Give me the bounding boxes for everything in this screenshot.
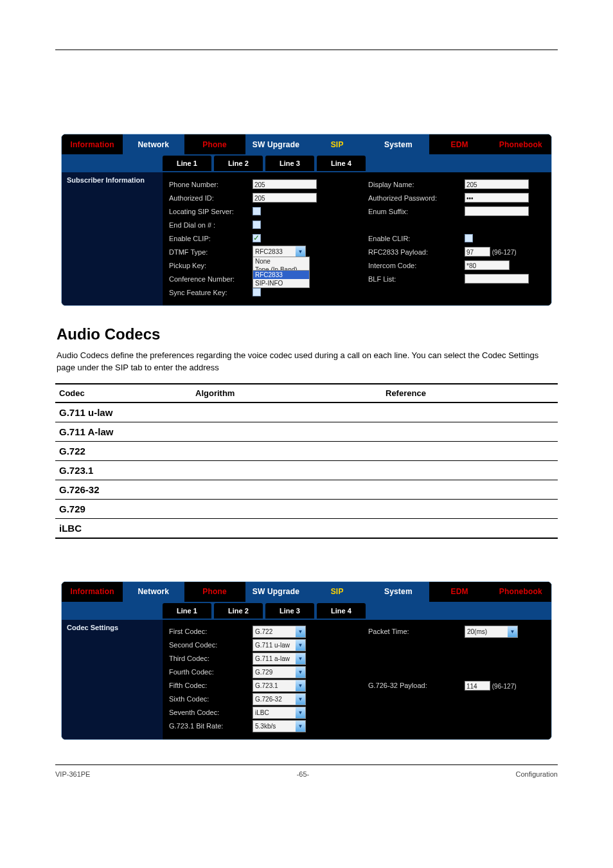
footer-title: Configuration [516, 770, 558, 778]
field-control [465, 274, 545, 284]
subtab-line-3[interactable]: Line 3 [265, 603, 314, 619]
dropdown[interactable]: G.723.1▼ [253, 680, 306, 692]
subtab-line-2[interactable]: Line 2 [214, 156, 263, 171]
form-row: G.723.1 Bit Rate:5.3kb/s▼ [169, 719, 545, 733]
field-control: G.711 u-law▼ [253, 639, 355, 651]
text-input[interactable]: ••• [465, 193, 529, 203]
table-cell [191, 441, 382, 460]
checkbox[interactable] [253, 207, 261, 215]
subtab-line-3[interactable]: Line 3 [265, 156, 314, 171]
chevron-down-icon: ▼ [296, 640, 305, 651]
tab-sip[interactable]: SIP [306, 582, 368, 602]
field-control: *80 [465, 260, 545, 270]
form-row: Fifth Codec:G.723.1▼G.726-32 Payload:114… [169, 679, 545, 692]
tab-phonebook[interactable]: Phonebook [490, 134, 551, 154]
table-row: iLBC [55, 518, 558, 538]
dropdown[interactable]: iLBC▼ [253, 707, 306, 719]
subtab-line-1[interactable]: Line 1 [163, 156, 211, 171]
table-cell: G.729 [55, 499, 191, 518]
table-cell [382, 460, 558, 480]
tab-sw-upgrade[interactable]: SW Upgrade [245, 582, 306, 602]
field-control: G.711 a-law▼ [253, 653, 355, 665]
tab-system[interactable]: System [368, 134, 429, 154]
dropdown[interactable]: G.711 u-law▼ [253, 639, 306, 651]
text-input[interactable]: 114 [465, 681, 490, 691]
chevron-down-icon: ▼ [296, 680, 305, 691]
tab-phone[interactable]: Phone [184, 134, 245, 154]
subtab-line-1[interactable]: Line 1 [163, 603, 211, 619]
field-control: 114 (96-127) [465, 681, 545, 691]
chevron-down-icon: ▼ [296, 721, 305, 732]
dropdown[interactable]: G.726-32▼ [253, 693, 306, 705]
tab-information[interactable]: Information [62, 134, 123, 154]
text-input[interactable]: *80 [465, 260, 510, 270]
form-row: Second Codec:G.711 u-law▼ [169, 638, 545, 652]
dropdown[interactable]: G.729▼ [253, 666, 306, 678]
field-control [253, 207, 355, 215]
chevron-down-icon: ▼ [296, 626, 305, 637]
tab-sw-upgrade[interactable]: SW Upgrade [245, 134, 306, 154]
tab-phonebook[interactable]: Phonebook [490, 582, 551, 602]
field-control: G.722▼ [253, 626, 355, 638]
table-row: G.711 u-law [55, 402, 558, 422]
chevron-down-icon: ▼ [296, 694, 305, 705]
tab-phone[interactable]: Phone [184, 582, 245, 602]
field-label: Enum Suffix: [368, 208, 465, 215]
subtab-line-4[interactable]: Line 4 [317, 156, 366, 171]
form-row: First Codec:G.722▼Packet Time:20(ms)▼ [169, 625, 545, 638]
table-cell [191, 460, 382, 480]
text-input[interactable]: 205 [465, 179, 529, 189]
checkbox[interactable] [465, 234, 473, 242]
text-input[interactable] [465, 274, 529, 284]
checkbox[interactable] [253, 234, 261, 242]
subtabs: Line 1Line 2Line 3Line 4 [163, 156, 366, 171]
tab-sip[interactable]: SIP [306, 134, 368, 154]
tab-edm[interactable]: EDM [429, 134, 490, 154]
tab-information[interactable]: Information [62, 582, 123, 602]
field-control: 97 (96-127) [465, 247, 545, 257]
table-cell [191, 480, 382, 499]
form-row: Third Codec:G.711 a-law▼ [169, 652, 545, 665]
tab-network[interactable]: Network [123, 582, 184, 602]
table-header: Reference [382, 384, 558, 402]
footer-model: VIP-361PE [55, 770, 90, 778]
tab-system[interactable]: System [368, 582, 429, 602]
subtab-line-4[interactable]: Line 4 [317, 603, 366, 619]
chevron-down-icon: ▼ [296, 667, 305, 678]
panel-form-area: Phone Number:205Display Name:205Authoriz… [163, 172, 551, 305]
text-input[interactable] [465, 206, 529, 216]
table-cell [382, 441, 558, 460]
table-cell: G.722 [55, 441, 191, 460]
chevron-down-icon: ▼ [508, 626, 517, 637]
dropdown[interactable]: 20(ms)▼ [465, 626, 518, 638]
field-control: 205 [253, 179, 355, 189]
field-control: G.726-32▼ [253, 693, 355, 705]
listbox[interactable]: RFC2833SIP-INFO [253, 270, 310, 288]
table-header: Algorithm [191, 384, 382, 402]
field-label: Intercom Code: [368, 262, 465, 269]
form-row: Authorized ID:205Authorized Password:••• [169, 191, 545, 204]
field-control [253, 221, 355, 229]
form-row: Sync Feature Key: [169, 285, 545, 299]
subscriber-panel: InformationNetworkPhoneSW UpgradeSIPSyst… [61, 134, 552, 306]
dropdown[interactable]: G.711 a-law▼ [253, 653, 306, 665]
audio-codecs-description: Audio Codecs define the preferences rega… [57, 350, 556, 374]
checkbox[interactable] [253, 221, 261, 229]
field-label: RFC2833 Payload: [368, 248, 465, 256]
footer-rule [55, 764, 558, 765]
tab-edm[interactable]: EDM [429, 582, 490, 602]
field-label: Third Codec: [169, 655, 253, 662]
field-label: BLF List: [368, 275, 465, 283]
checkbox[interactable] [253, 288, 261, 296]
form-row: Enable CLIP:Enable CLIR: [169, 231, 545, 245]
form-row: Conference Number:RFC2833SIP-INFOBLF Lis… [169, 272, 545, 285]
tab-network[interactable]: Network [123, 134, 184, 154]
text-input[interactable]: 205 [253, 179, 317, 189]
text-input[interactable]: 205 [253, 193, 317, 203]
text-input[interactable]: 97 [465, 247, 490, 257]
table-cell [191, 402, 382, 422]
subtab-line-2[interactable]: Line 2 [214, 603, 263, 619]
dropdown[interactable]: G.722▼ [253, 626, 306, 638]
dropdown[interactable]: 5.3kb/s▼ [253, 720, 306, 732]
chevron-down-icon: ▼ [296, 246, 305, 257]
